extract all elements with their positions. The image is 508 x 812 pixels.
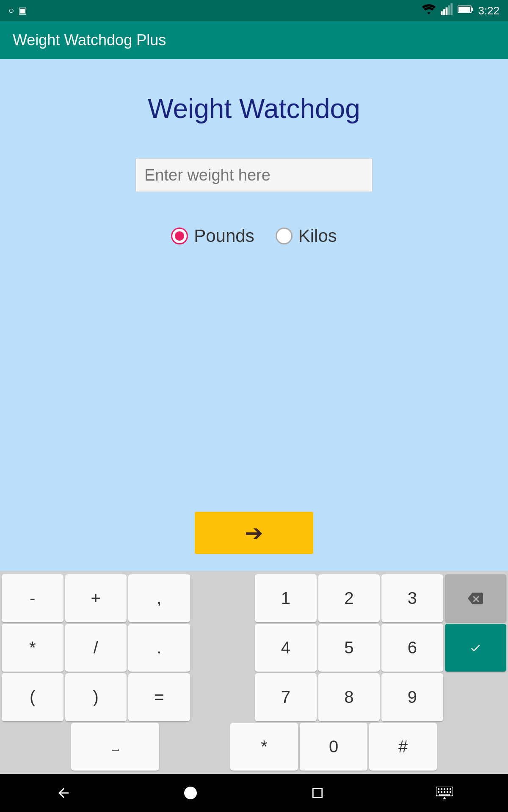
key-3[interactable]: 3 [381, 574, 443, 622]
kilos-radio-circle [276, 228, 293, 244]
key-period[interactable]: . [128, 624, 190, 672]
svg-rect-4 [451, 3, 453, 15]
keyboard: - + , 1 2 3 * / . 4 5 6 ( ) = 7 8 [0, 571, 508, 774]
svg-rect-7 [458, 7, 470, 12]
key-minus[interactable]: - [2, 574, 64, 622]
key-1[interactable]: 1 [255, 574, 317, 622]
pounds-radio-inner [175, 231, 184, 241]
key-5[interactable]: 5 [318, 624, 380, 672]
key-empty-2 [192, 624, 254, 672]
keyboard-row-4: ⎵ * 0 # [2, 723, 506, 771]
key-6[interactable]: 6 [381, 624, 443, 672]
key-slash[interactable]: / [65, 624, 127, 672]
key-close-paren[interactable]: ) [65, 673, 127, 721]
key-4[interactable]: 4 [255, 624, 317, 672]
wifi-icon [422, 4, 436, 17]
key-hash[interactable]: # [369, 723, 437, 771]
svg-rect-9 [313, 788, 322, 797]
key-equals[interactable]: = [128, 673, 190, 721]
key-asterisk[interactable]: * [2, 624, 64, 672]
circle-icon: ○ [8, 5, 14, 16]
status-right-icons: 3:22 [422, 3, 500, 18]
app-bar: Weight Watchdog Plus [0, 21, 508, 59]
svg-rect-13 [444, 788, 445, 790]
weight-input-wrapper[interactable] [135, 158, 373, 192]
kilos-radio[interactable]: Kilos [276, 226, 337, 246]
main-content: Weight Watchdog Pounds Kilos ➔ [0, 59, 508, 571]
svg-rect-15 [450, 788, 451, 790]
keyboard-row-1: - + , 1 2 3 [2, 574, 506, 622]
status-left-icons: ○ ▣ [8, 5, 27, 16]
app-bar-title: Weight Watchdog Plus [13, 31, 166, 49]
key-comma[interactable]: , [128, 574, 190, 622]
weight-input[interactable] [135, 158, 373, 192]
key-plus[interactable]: + [65, 574, 127, 622]
battery-icon [458, 4, 473, 17]
key-0[interactable]: 0 [300, 723, 367, 771]
svg-rect-1 [443, 9, 445, 15]
svg-rect-12 [441, 788, 442, 790]
status-time: 3:22 [478, 4, 500, 17]
key-enter[interactable] [445, 624, 507, 672]
key-star[interactable]: * [230, 723, 298, 771]
nav-recents-button[interactable] [305, 780, 330, 806]
svg-rect-21 [439, 794, 450, 796]
svg-rect-11 [438, 788, 439, 790]
svg-rect-18 [444, 791, 445, 793]
key-empty-3 [192, 673, 254, 721]
nav-bar [0, 774, 508, 812]
svg-rect-6 [471, 8, 473, 11]
square-icon: ▣ [18, 5, 27, 16]
key-empty-1 [192, 574, 254, 622]
svg-rect-2 [446, 7, 448, 15]
key-9[interactable]: 9 [381, 673, 443, 721]
key-7[interactable]: 7 [255, 673, 317, 721]
key-empty-5 [2, 723, 69, 771]
key-empty-7 [439, 723, 506, 771]
arrow-right-icon: ➔ [245, 520, 263, 546]
pounds-radio-circle [171, 228, 188, 244]
key-open-paren[interactable]: ( [2, 673, 64, 721]
svg-rect-3 [448, 5, 450, 15]
key-spacebar[interactable]: ⎵ [71, 723, 159, 771]
kilos-label: Kilos [298, 226, 337, 246]
pounds-radio[interactable]: Pounds [171, 226, 254, 246]
nav-keyboard-button[interactable] [432, 780, 457, 806]
pounds-label: Pounds [194, 226, 254, 246]
key-backspace[interactable] [445, 574, 507, 622]
key-empty-6 [161, 723, 229, 771]
svg-point-8 [184, 787, 197, 799]
key-2[interactable]: 2 [318, 574, 380, 622]
nav-home-button[interactable] [178, 780, 203, 806]
svg-rect-17 [441, 791, 442, 793]
signal-icon [441, 3, 453, 18]
key-empty-4 [445, 673, 507, 721]
svg-rect-14 [447, 788, 448, 790]
nav-back-button[interactable] [51, 780, 76, 806]
submit-button[interactable]: ➔ [195, 512, 313, 554]
key-8[interactable]: 8 [318, 673, 380, 721]
status-bar: ○ ▣ [0, 0, 508, 21]
svg-rect-16 [438, 791, 439, 793]
keyboard-row-3: ( ) = 7 8 9 [2, 673, 506, 721]
unit-radio-group: Pounds Kilos [171, 226, 337, 246]
svg-marker-22 [443, 797, 446, 799]
app-title: Weight Watchdog [148, 93, 360, 124]
keyboard-row-2: * / . 4 5 6 [2, 624, 506, 672]
svg-rect-20 [450, 791, 451, 793]
svg-rect-19 [447, 791, 448, 793]
svg-rect-0 [441, 11, 443, 15]
